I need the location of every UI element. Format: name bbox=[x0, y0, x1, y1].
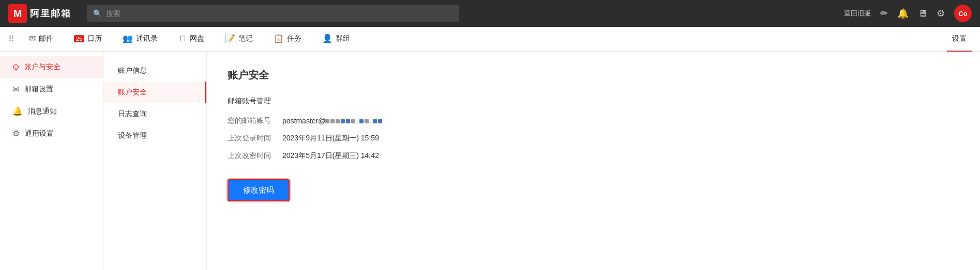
masked-block-5 bbox=[346, 119, 350, 123]
sub-item-account-security[interactable]: 账户安全 bbox=[103, 82, 206, 103]
calendar-badge: 25 bbox=[74, 35, 84, 42]
section-title: 邮箱账号管理 bbox=[228, 97, 959, 106]
screen-icon[interactable]: 🖥 bbox=[918, 8, 927, 19]
top-right-area: 返回旧版 ✏ 🔔 🖥 ⚙ Co bbox=[844, 5, 972, 22]
nav-item-tasks[interactable]: 📋 任务 bbox=[263, 27, 312, 52]
calendar-label: 日历 bbox=[87, 34, 102, 43]
last-login-value: 2023年9月11日(星期一) 15:59 bbox=[282, 134, 379, 143]
masked-block-7 bbox=[359, 119, 364, 123]
logo-name: 阿里邮箱 bbox=[30, 7, 71, 20]
tasks-icon: 📋 bbox=[274, 34, 284, 43]
sidebar-item-general[interactable]: ⚙ 通用设置 bbox=[0, 122, 103, 145]
sub-item-log-query[interactable]: 日志查询 bbox=[103, 103, 206, 125]
sub-item-device-management[interactable]: 设备管理 bbox=[103, 125, 206, 147]
masked-block-6 bbox=[351, 119, 355, 123]
masked-block-8 bbox=[365, 119, 369, 123]
change-password-button[interactable]: 修改密码 bbox=[228, 179, 290, 201]
last-login-row: 上次登录时间 2023年9月11日(星期一) 15:59 bbox=[228, 134, 959, 143]
masked-block-2 bbox=[330, 119, 335, 123]
last-pwd-label: 上次改密时间 bbox=[228, 151, 274, 161]
email-label: 您的邮箱账号 bbox=[228, 116, 274, 125]
email-value: postmaster@ . . bbox=[282, 117, 382, 125]
notifications-icon: 🔔 bbox=[12, 106, 23, 116]
second-nav: ⠿ ✉ 邮件 25 日历 👥 通讯录 🖥 网盘 📝 笔记 📋 任务 👤 群组 设… bbox=[0, 27, 980, 52]
mail-icon: ✉ bbox=[29, 34, 36, 43]
last-pwd-row: 上次改密时间 2023年5月17日(星期三) 14:42 bbox=[228, 151, 959, 161]
masked-block-4 bbox=[341, 119, 345, 123]
contacts-icon: 👥 bbox=[123, 34, 133, 43]
search-icon: 🔍 bbox=[93, 9, 102, 18]
user-avatar[interactable]: Co bbox=[954, 5, 972, 22]
sub-sidebar: 账户信息 账户安全 日志查询 设备管理 bbox=[103, 52, 207, 270]
masked-block-10 bbox=[378, 119, 382, 123]
nav-item-notes[interactable]: 📝 笔记 bbox=[215, 27, 263, 52]
notes-icon: 📝 bbox=[225, 34, 235, 43]
nav-settings[interactable]: 设置 bbox=[947, 27, 972, 52]
nav-item-calendar[interactable]: 25 日历 bbox=[64, 27, 112, 52]
masked-block-3 bbox=[336, 119, 340, 123]
bell-icon[interactable]: 🔔 bbox=[897, 8, 909, 19]
groups-icon: 👤 bbox=[322, 34, 333, 43]
top-bar: M 阿里邮箱 🔍 返回旧版 ✏ 🔔 🖥 ⚙ Co bbox=[0, 0, 980, 27]
return-old-btn[interactable]: 返回旧版 bbox=[844, 9, 871, 18]
masked-block-9 bbox=[373, 119, 377, 123]
last-login-label: 上次登录时间 bbox=[228, 134, 274, 143]
nav-item-disk[interactable]: 🖥 网盘 bbox=[168, 27, 215, 52]
sidebar-item-notifications[interactable]: 🔔 消息通知 bbox=[0, 100, 103, 122]
nav-item-mail[interactable]: ✉ 邮件 bbox=[19, 27, 64, 52]
search-input[interactable] bbox=[106, 9, 453, 18]
mailbox-settings-icon: ✉ bbox=[12, 84, 19, 94]
main-layout: ⊙ 账户与安全 ✉ 邮箱设置 🔔 消息通知 ⚙ 通用设置 账户信息 账户安全 日… bbox=[0, 52, 980, 270]
nav-item-contacts[interactable]: 👥 通讯录 bbox=[112, 27, 168, 52]
grid-icon[interactable]: ⠿ bbox=[8, 34, 14, 44]
sidebar-item-account-security[interactable]: ⊙ 账户与安全 bbox=[0, 56, 103, 78]
content-title: 账户安全 bbox=[228, 68, 959, 82]
email-row: 您的邮箱账号 postmaster@ . . bbox=[228, 116, 959, 125]
last-pwd-value: 2023年5月17日(星期三) 14:42 bbox=[282, 151, 379, 161]
sidebar-item-mailbox-settings[interactable]: ✉ 邮箱设置 bbox=[0, 78, 103, 100]
content-area: 账户安全 邮箱账号管理 您的邮箱账号 postmaster@ . . bbox=[207, 52, 980, 270]
left-sidebar: ⊙ 账户与安全 ✉ 邮箱设置 🔔 消息通知 ⚙ 通用设置 bbox=[0, 52, 103, 270]
nav-item-groups[interactable]: 👤 群组 bbox=[312, 27, 360, 52]
account-security-icon: ⊙ bbox=[12, 62, 19, 72]
logo-area: M 阿里邮箱 bbox=[8, 4, 81, 23]
pen-icon[interactable]: ✏ bbox=[880, 8, 888, 19]
masked-block-1 bbox=[325, 119, 329, 123]
general-settings-icon: ⚙ bbox=[12, 129, 20, 138]
sub-item-account-info[interactable]: 账户信息 bbox=[103, 60, 206, 82]
disk-icon: 🖥 bbox=[178, 34, 187, 43]
search-bar[interactable]: 🔍 bbox=[87, 5, 459, 22]
settings-icon[interactable]: ⚙ bbox=[937, 8, 945, 19]
logo-icon: M bbox=[8, 4, 27, 23]
